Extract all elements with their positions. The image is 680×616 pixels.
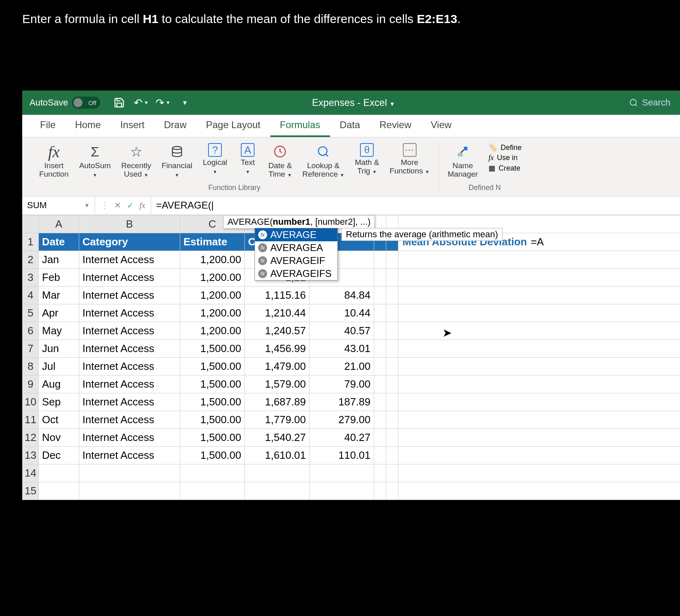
cell-g12[interactable] bbox=[386, 428, 398, 446]
spreadsheet-grid[interactable]: A B C D 1 Date Category Estimate Cost Me… bbox=[22, 215, 680, 500]
cell-a11[interactable]: Oct bbox=[39, 411, 79, 428]
row-header-14[interactable]: 14 bbox=[23, 464, 39, 482]
cell-h8[interactable] bbox=[398, 357, 680, 375]
cell-c3[interactable]: 1,200.00 bbox=[180, 268, 245, 286]
cell-h14[interactable] bbox=[398, 464, 680, 482]
autosum-button[interactable]: Σ AutoSum▼ bbox=[75, 141, 115, 180]
col-header-b[interactable]: B bbox=[79, 215, 180, 233]
cell-g13[interactable] bbox=[386, 446, 398, 464]
tab-formulas[interactable]: Formulas bbox=[270, 114, 330, 137]
cell-b7[interactable]: Internet Access bbox=[79, 340, 180, 357]
row-header-10[interactable]: 10 bbox=[23, 393, 39, 411]
cell-f5[interactable] bbox=[374, 304, 386, 322]
use-in-formula-button[interactable]: fxUse in bbox=[488, 154, 522, 162]
row-header-4[interactable]: 4 bbox=[23, 286, 39, 304]
function-autocomplete[interactable]: fxAVERAGE fxAVERAGEA fxAVERAGEIF fxAVERA… bbox=[255, 228, 338, 281]
tab-view[interactable]: View bbox=[421, 114, 461, 137]
cell-b6[interactable]: Internet Access bbox=[79, 322, 180, 340]
cell-a5[interactable]: Apr bbox=[39, 304, 79, 322]
cell-g6[interactable] bbox=[386, 322, 398, 340]
tab-insert[interactable]: Insert bbox=[111, 114, 154, 137]
cell-f9[interactable] bbox=[374, 375, 386, 393]
cell-a1[interactable]: Date bbox=[39, 233, 79, 251]
cell-g14[interactable] bbox=[386, 464, 398, 482]
cell-c6[interactable]: 1,200.00 bbox=[180, 322, 245, 340]
cell-d11[interactable]: 1,779.00 bbox=[245, 411, 309, 428]
tab-review[interactable]: Review bbox=[370, 114, 421, 137]
customize-qat-icon[interactable]: ▾ bbox=[178, 96, 192, 110]
cell-d4[interactable]: 1,115.16 bbox=[245, 286, 309, 304]
cell-b5[interactable]: Internet Access bbox=[79, 304, 180, 322]
tab-data[interactable]: Data bbox=[330, 114, 370, 137]
row-header-12[interactable]: 12 bbox=[23, 428, 39, 446]
tab-page-layout[interactable]: Page Layout bbox=[196, 114, 270, 137]
cell-c13[interactable]: 1,500.00 bbox=[180, 446, 245, 464]
cell-e10[interactable]: 187.89 bbox=[309, 393, 374, 411]
col-header-a[interactable]: A bbox=[39, 215, 79, 233]
row-header-9[interactable]: 9 bbox=[23, 375, 39, 393]
cell-c7[interactable]: 1,500.00 bbox=[180, 340, 245, 357]
cell-a6[interactable]: May bbox=[39, 322, 79, 340]
cell-g4[interactable] bbox=[386, 286, 398, 304]
save-icon[interactable] bbox=[112, 96, 126, 110]
enter-icon[interactable]: ✓ bbox=[127, 200, 134, 210]
cell-f3[interactable] bbox=[374, 268, 386, 286]
cell-e13[interactable]: 110.01 bbox=[309, 446, 374, 464]
cell-d12[interactable]: 1,540.27 bbox=[245, 428, 309, 446]
cell-g11[interactable] bbox=[386, 411, 398, 428]
name-box[interactable]: SUM ▼ bbox=[22, 196, 95, 215]
cell-e12[interactable]: 40.27 bbox=[309, 428, 374, 446]
cell-c12[interactable]: 1,500.00 bbox=[180, 428, 245, 446]
cell-d14[interactable] bbox=[245, 464, 309, 482]
cell-a14[interactable] bbox=[39, 464, 79, 482]
cell-f10[interactable] bbox=[374, 393, 386, 411]
autocomplete-item-averageifs[interactable]: fxAVERAGEIFS bbox=[255, 267, 337, 280]
name-manager-button[interactable]: Name Manager bbox=[444, 141, 482, 180]
cell-f13[interactable] bbox=[374, 446, 386, 464]
cell-d13[interactable]: 1,610.01 bbox=[245, 446, 309, 464]
cell-f6[interactable] bbox=[374, 322, 386, 340]
cell-h7[interactable] bbox=[398, 340, 680, 357]
cell-f2[interactable] bbox=[374, 251, 386, 268]
cell-f15[interactable] bbox=[374, 482, 386, 500]
insert-function-button[interactable]: fx Insert Function bbox=[35, 141, 73, 180]
cell-b2[interactable]: Internet Access bbox=[79, 251, 180, 268]
row-header-6[interactable]: 6 bbox=[23, 322, 39, 340]
cell-g5[interactable] bbox=[386, 304, 398, 322]
cell-c2[interactable]: 1,200.00 bbox=[180, 251, 245, 268]
redo-icon[interactable]: ↷▼ bbox=[156, 96, 170, 110]
cell-e14[interactable] bbox=[309, 464, 374, 482]
autocomplete-item-averageif[interactable]: fxAVERAGEIF bbox=[255, 254, 337, 267]
cell-g2[interactable] bbox=[386, 251, 398, 268]
cell-b1[interactable]: Category bbox=[79, 233, 180, 251]
cell-h5[interactable] bbox=[398, 304, 680, 322]
cell-c8[interactable]: 1,500.00 bbox=[180, 357, 245, 375]
cell-b15[interactable] bbox=[79, 482, 180, 500]
cell-d9[interactable]: 1,579.00 bbox=[245, 375, 309, 393]
cell-a13[interactable]: Dec bbox=[39, 446, 79, 464]
cell-a9[interactable]: Aug bbox=[39, 375, 79, 393]
cell-h13[interactable] bbox=[398, 446, 680, 464]
cell-b12[interactable]: Internet Access bbox=[79, 428, 180, 446]
cell-f11[interactable] bbox=[374, 411, 386, 428]
math-trig-button[interactable]: θ Math & Trig ▼ bbox=[351, 141, 383, 180]
cell-d6[interactable]: 1,240.57 bbox=[245, 322, 309, 340]
cell-h4[interactable] bbox=[398, 286, 680, 304]
row-header-3[interactable]: 3 bbox=[23, 268, 39, 286]
select-all-corner[interactable] bbox=[23, 215, 39, 233]
autocomplete-item-average[interactable]: fxAVERAGE bbox=[255, 228, 337, 241]
cell-d15[interactable] bbox=[245, 482, 309, 500]
cell-e7[interactable]: 43.01 bbox=[309, 340, 374, 357]
cell-d8[interactable]: 1,479.00 bbox=[245, 357, 309, 375]
cell-e9[interactable]: 79.00 bbox=[309, 375, 374, 393]
cell-g15[interactable] bbox=[386, 482, 398, 500]
cell-a3[interactable]: Feb bbox=[39, 268, 79, 286]
document-title[interactable]: Expenses - Excel▼ bbox=[312, 97, 395, 108]
cell-b11[interactable]: Internet Access bbox=[79, 411, 180, 428]
cell-c10[interactable]: 1,500.00 bbox=[180, 393, 245, 411]
cell-h12[interactable] bbox=[398, 428, 680, 446]
cell-g9[interactable] bbox=[386, 375, 398, 393]
cell-g8[interactable] bbox=[386, 357, 398, 375]
cell-e8[interactable]: 21.00 bbox=[309, 357, 374, 375]
define-name-button[interactable]: 🏷️Define bbox=[488, 143, 522, 152]
